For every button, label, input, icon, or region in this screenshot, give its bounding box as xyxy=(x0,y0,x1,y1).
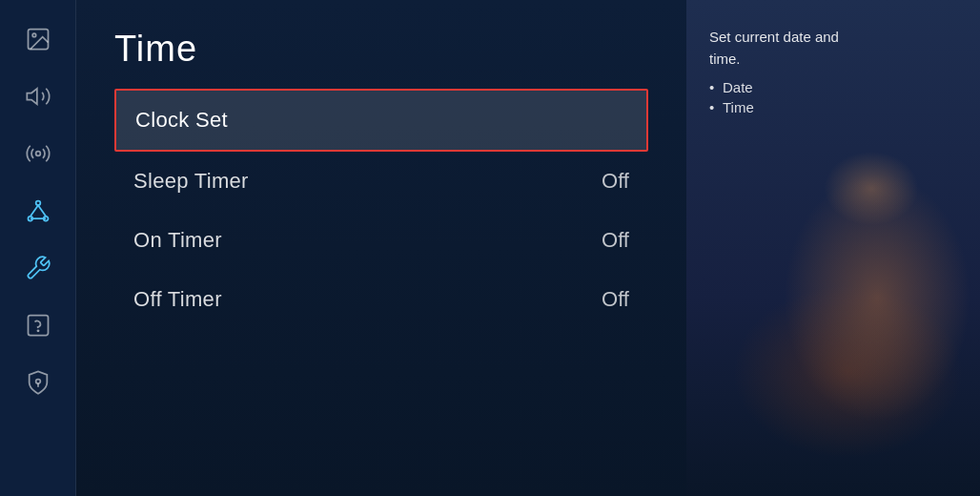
info-text-box: Set current date andtime. Date Time xyxy=(696,17,970,129)
sidebar xyxy=(0,0,76,496)
info-bullets: Date Time xyxy=(709,79,957,115)
broadcast-icon[interactable] xyxy=(18,134,58,174)
sound-icon[interactable] xyxy=(18,76,58,116)
svg-point-1 xyxy=(32,33,36,37)
picture-icon[interactable] xyxy=(18,19,58,59)
sleep-timer-value: Off xyxy=(602,169,629,194)
menu-item-sleep-timer[interactable]: Sleep Timer Off xyxy=(114,152,648,211)
svg-line-7 xyxy=(30,205,37,217)
svg-line-8 xyxy=(38,205,46,217)
menu-item-on-timer[interactable]: On Timer Off xyxy=(114,211,648,270)
menu-items-list: Clock Set Sleep Timer Off On Timer Off O… xyxy=(114,89,648,329)
clock-set-label: Clock Set xyxy=(135,108,228,133)
svg-point-4 xyxy=(35,201,40,206)
menu-panel: Time Clock Set Sleep Timer Off On Timer … xyxy=(76,0,686,496)
info-bullet-date: Date xyxy=(709,79,957,95)
svg-marker-2 xyxy=(27,89,36,104)
main-content: Time Clock Set Sleep Timer Off On Timer … xyxy=(76,0,980,496)
off-timer-label: Off Timer xyxy=(133,287,222,312)
menu-item-off-timer[interactable]: Off Timer Off xyxy=(114,270,648,329)
info-panel: Set current date andtime. Date Time xyxy=(686,0,980,496)
security-icon[interactable] xyxy=(18,362,58,403)
network-icon[interactable] xyxy=(18,191,58,231)
svg-point-11 xyxy=(37,330,38,331)
menu-item-clock-set[interactable]: Clock Set xyxy=(114,89,648,152)
off-timer-value: Off xyxy=(602,287,629,312)
tools-icon[interactable] xyxy=(18,248,58,288)
page-title: Time xyxy=(114,29,648,70)
on-timer-value: Off xyxy=(602,228,629,253)
svg-rect-10 xyxy=(28,316,48,336)
info-bullet-time: Time xyxy=(709,99,957,115)
info-description: Set current date andtime. xyxy=(709,27,957,70)
support-icon[interactable] xyxy=(18,305,58,345)
on-timer-label: On Timer xyxy=(133,228,222,253)
svg-point-3 xyxy=(35,152,40,156)
sleep-timer-label: Sleep Timer xyxy=(133,169,249,194)
svg-point-12 xyxy=(35,380,40,384)
